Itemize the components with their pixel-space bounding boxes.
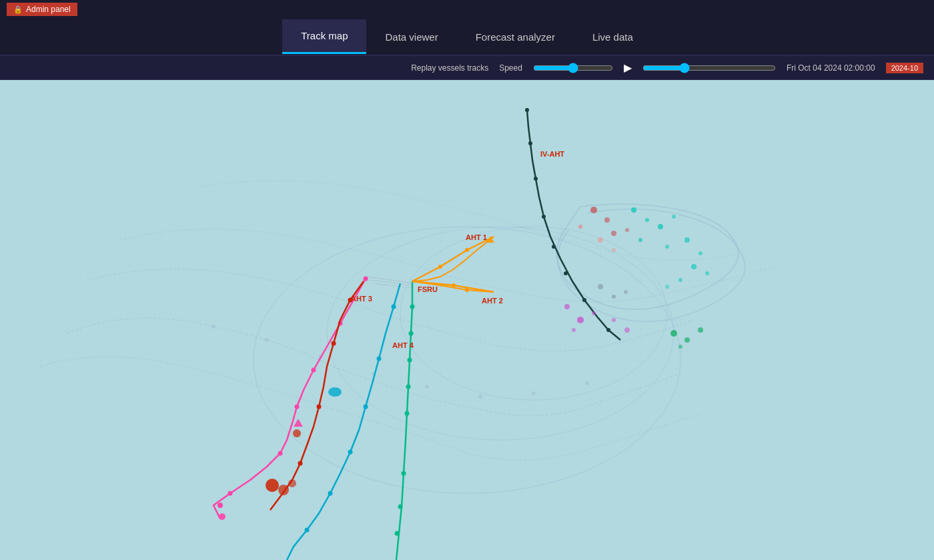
tab-data-viewer[interactable]: Data viewer — [366, 21, 456, 53]
svg-point-34 — [698, 327, 703, 333]
svg-point-76 — [305, 528, 310, 533]
svg-line-87 — [367, 277, 414, 283]
svg-point-60 — [438, 265, 442, 269]
svg-point-78 — [348, 298, 353, 303]
svg-line-88 — [370, 280, 412, 285]
play-button[interactable]: ▶ — [624, 61, 632, 74]
svg-point-10 — [532, 391, 536, 395]
svg-point-53 — [409, 331, 414, 336]
svg-point-13 — [528, 141, 532, 145]
svg-point-21 — [645, 218, 649, 222]
svg-point-47 — [598, 237, 603, 243]
replaybar: Replay vessels tracks Speed ▶ Fri Oct 04… — [0, 56, 934, 80]
svg-point-50 — [612, 295, 616, 299]
svg-point-64 — [338, 321, 343, 326]
speed-label: Speed — [499, 63, 522, 73]
svg-point-61 — [465, 248, 469, 252]
svg-point-81 — [298, 461, 303, 466]
svg-point-29 — [705, 271, 709, 275]
svg-point-45 — [625, 228, 629, 232]
tab-track-map[interactable]: Track map — [282, 19, 366, 54]
vessel-label-aht1: AHT 1 — [466, 233, 487, 241]
svg-point-56 — [405, 411, 410, 416]
svg-point-66 — [295, 405, 300, 409]
svg-point-35 — [678, 345, 682, 349]
svg-point-79 — [332, 341, 336, 346]
vessel-tracks — [0, 80, 934, 560]
navbar: Track map Data viewer Forecast analyzer … — [0, 19, 934, 56]
svg-point-70 — [219, 513, 225, 520]
svg-point-31 — [665, 285, 669, 289]
vessel-label-fsru: FSRU — [418, 285, 438, 293]
svg-point-27 — [698, 251, 703, 255]
svg-point-39 — [572, 328, 576, 332]
svg-point-52 — [410, 305, 415, 309]
svg-point-80 — [317, 405, 322, 409]
svg-point-32 — [670, 330, 677, 337]
speed-slider[interactable] — [533, 63, 613, 73]
svg-point-59 — [395, 531, 400, 536]
svg-point-65 — [312, 368, 316, 373]
svg-point-18 — [582, 298, 586, 302]
svg-point-12 — [525, 108, 529, 112]
svg-point-41 — [624, 327, 630, 333]
svg-point-74 — [348, 450, 353, 455]
svg-point-8 — [425, 385, 429, 389]
svg-line-89 — [374, 283, 412, 288]
svg-point-11 — [585, 381, 589, 385]
svg-rect-0 — [0, 80, 934, 560]
svg-point-49 — [598, 284, 603, 289]
svg-point-42 — [590, 207, 597, 213]
vessel-label-aht4: AHT 4 — [392, 341, 414, 349]
replay-vessels-tracks-label: Replay vessels tracks — [411, 63, 488, 73]
tab-live-data[interactable]: Live data — [574, 21, 652, 53]
svg-point-37 — [577, 317, 584, 323]
svg-point-1 — [254, 227, 680, 493]
svg-point-86 — [465, 288, 469, 292]
svg-point-19 — [606, 328, 610, 332]
svg-point-9 — [478, 395, 482, 399]
map[interactable]: IV-AHT AHT 1 AHT 2 AHT 3 AHT 4 FSRU — [0, 80, 934, 560]
svg-point-48 — [612, 248, 616, 252]
svg-point-68 — [228, 491, 233, 496]
svg-point-33 — [684, 337, 690, 343]
svg-point-14 — [534, 177, 538, 181]
timeline-slider[interactable] — [642, 63, 776, 73]
svg-point-25 — [665, 245, 669, 249]
svg-marker-90 — [294, 419, 303, 427]
svg-point-44 — [611, 231, 616, 236]
svg-point-38 — [592, 311, 596, 315]
svg-point-62 — [452, 283, 456, 287]
svg-point-82 — [266, 479, 279, 492]
svg-point-43 — [604, 217, 610, 223]
vessel-label-aht3: AHT 3 — [351, 295, 372, 303]
svg-point-46 — [578, 225, 582, 229]
datetime-display: Fri Oct 04 2024 02:00:00 — [787, 63, 875, 73]
svg-point-67 — [278, 451, 283, 456]
vessel-label-aht2: AHT 2 — [482, 297, 503, 305]
svg-point-7 — [372, 371, 376, 375]
vessel-label-iv-aht: IV-AHT — [540, 150, 564, 158]
svg-point-24 — [638, 238, 642, 242]
svg-point-73 — [364, 405, 368, 409]
svg-point-85 — [293, 429, 301, 437]
svg-point-36 — [564, 304, 570, 309]
svg-point-72 — [377, 357, 382, 361]
svg-point-83 — [278, 485, 289, 495]
date-badge: 2024-10 — [886, 63, 923, 73]
svg-point-55 — [406, 385, 411, 389]
svg-point-2 — [327, 227, 674, 440]
svg-point-84 — [288, 479, 296, 487]
svg-point-63 — [364, 277, 368, 281]
svg-point-58 — [398, 505, 403, 509]
svg-point-3 — [400, 227, 667, 400]
svg-point-75 — [328, 491, 333, 496]
svg-marker-91 — [486, 236, 494, 243]
admin-panel-button[interactable]: Admin panel — [7, 3, 77, 16]
svg-point-16 — [552, 245, 556, 249]
tab-forecast-analyzer[interactable]: Forecast analyzer — [457, 21, 574, 53]
svg-point-77 — [328, 387, 342, 397]
svg-point-71 — [392, 305, 396, 309]
svg-point-51 — [624, 290, 628, 294]
svg-point-15 — [542, 215, 546, 219]
